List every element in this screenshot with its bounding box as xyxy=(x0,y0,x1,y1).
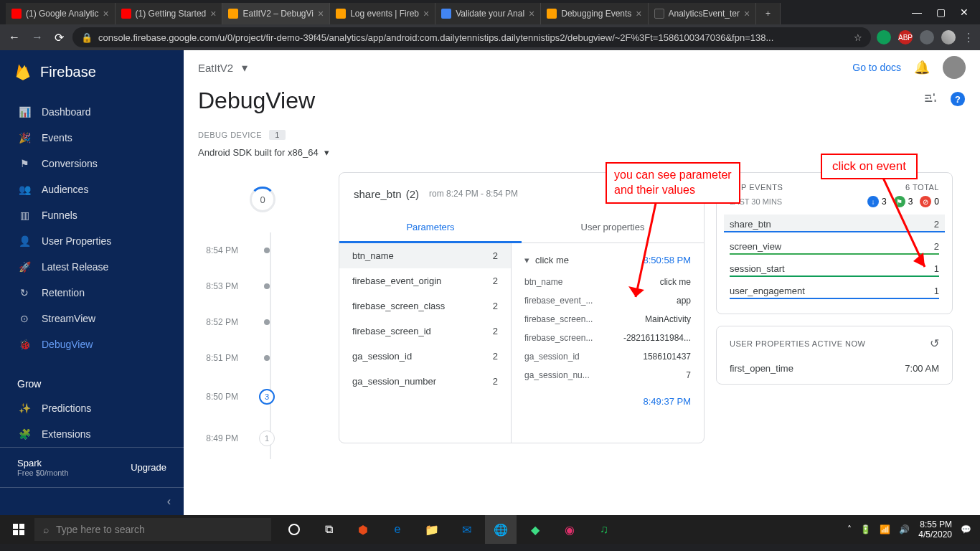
close-icon[interactable]: × xyxy=(210,8,216,19)
sidebar-item-latest-release[interactable]: 🚀Latest Release xyxy=(0,254,184,280)
forward-icon[interactable]: → xyxy=(29,28,46,47)
browser-tab[interactable]: Validate your Anal× xyxy=(435,3,541,24)
url-input[interactable]: 🔒 console.firebase.google.com/u/0/projec… xyxy=(72,27,871,47)
parameter-row[interactable]: firebase_screen_id2 xyxy=(339,319,511,344)
parameter-row[interactable]: ga_session_id2 xyxy=(339,344,511,369)
tab-parameters[interactable]: Parameters xyxy=(339,213,522,243)
sidebar-item-retention[interactable]: ↻Retention xyxy=(0,280,184,306)
browser-tab[interactable]: Debugging Events× xyxy=(541,3,648,24)
close-icon[interactable]: × xyxy=(103,8,108,19)
close-icon[interactable]: × xyxy=(318,8,324,19)
main-content: EatItV2 ▾ Go to docs 🔔 DebugView ? DEBUG xyxy=(184,50,980,515)
sidebar-item-extensions[interactable]: 🧩Extensions xyxy=(0,421,184,447)
timeline-row[interactable]: 8:53 PM xyxy=(198,268,327,304)
system-clock[interactable]: 8:55 PM 4/5/2020 xyxy=(918,519,952,540)
action-center-icon[interactable]: 💬 xyxy=(961,524,971,534)
volume-icon[interactable]: 🔊 xyxy=(899,524,910,534)
androidstudio-icon[interactable]: ◆ xyxy=(519,515,551,544)
ext-evernote-icon[interactable] xyxy=(877,30,891,44)
explorer-icon[interactable]: 📁 xyxy=(416,515,448,544)
spotify-icon[interactable]: ♫ xyxy=(588,515,620,544)
profile-avatar-icon[interactable] xyxy=(941,30,956,44)
mail-icon[interactable]: ✉ xyxy=(451,515,482,544)
prev-instance-time[interactable]: 8:49:37 PM xyxy=(644,396,692,407)
chevron-down-icon[interactable]: ▾ xyxy=(242,61,248,75)
history-icon[interactable]: ↺ xyxy=(930,336,939,350)
close-icon[interactable]: × xyxy=(423,8,429,19)
office-icon[interactable]: ⬢ xyxy=(347,515,379,544)
browser-tab[interactable]: (1) Google Analytic× xyxy=(6,3,116,24)
new-tab-button[interactable]: + xyxy=(756,3,781,24)
instagram-icon[interactable]: ◉ xyxy=(554,515,585,544)
sidebar-item-debugview[interactable]: 🐞DebugView xyxy=(0,331,184,357)
help-icon[interactable]: ? xyxy=(950,91,966,110)
cortana-icon[interactable] xyxy=(278,515,310,544)
minimize-icon[interactable]: — xyxy=(912,6,922,18)
sidebar-item-dashboard[interactable]: 📊Dashboard xyxy=(0,99,184,125)
browser-tab[interactable]: EatItV2 – DebugVi× xyxy=(222,3,330,24)
tray-chevron-icon[interactable]: ˄ xyxy=(847,524,852,534)
sidebar-item-audiences[interactable]: 👥Audiences xyxy=(0,176,184,202)
sidebar-item-label: Events xyxy=(42,132,72,143)
project-selector[interactable]: EatItV2 xyxy=(198,62,233,74)
task-view-icon[interactable]: ⧉ xyxy=(313,515,344,544)
sidebar-item-funnels[interactable]: ▥Funnels xyxy=(0,202,184,228)
timeline-row[interactable]: 8:49 PM1 xyxy=(198,418,327,459)
user-property-row[interactable]: first_open_time7:00 AM xyxy=(730,350,939,374)
timeline-row[interactable]: 8:51 PM xyxy=(198,340,327,376)
sliders-icon[interactable] xyxy=(923,91,937,110)
wifi-icon[interactable]: 📶 xyxy=(880,524,890,534)
collapse-sidebar-button[interactable]: ‹ xyxy=(0,487,184,515)
brand[interactable]: Firebase xyxy=(0,50,184,93)
docs-link[interactable]: Go to docs xyxy=(852,62,901,73)
sidebar-item-user-properties[interactable]: 👤User Properties xyxy=(0,228,184,254)
timeline-row[interactable]: 8:52 PM xyxy=(198,304,327,340)
timeline-row[interactable]: 8:50 PM3 xyxy=(198,376,327,418)
start-button[interactable] xyxy=(3,515,34,544)
kv-value: 7 xyxy=(686,370,691,380)
close-icon[interactable]: ✕ xyxy=(960,6,969,18)
browser-tab[interactable]: AnalyticsEvent_ter× xyxy=(649,3,757,24)
maximize-icon[interactable]: ▢ xyxy=(936,6,946,18)
browser-tab[interactable]: (1) Getting Started× xyxy=(116,3,223,24)
chrome-icon[interactable]: 🌐 xyxy=(485,515,517,544)
star-icon[interactable]: ☆ xyxy=(854,32,862,43)
sidebar-item-label: Extensions xyxy=(42,428,90,440)
back-icon[interactable]: ← xyxy=(6,28,23,47)
sidebar-item-events[interactable]: 🎉Events xyxy=(0,125,184,151)
sidebar-item-conversions[interactable]: ⚑Conversions xyxy=(0,151,184,176)
timeline-row[interactable]: 8:54 PM xyxy=(198,232,327,268)
close-icon[interactable]: × xyxy=(529,8,534,19)
tab-title: Debugging Events xyxy=(561,9,631,19)
parameter-row[interactable]: firebase_event_origin2 xyxy=(339,268,511,293)
upgrade-button[interactable]: Upgrade xyxy=(131,462,166,473)
svg-line-4 xyxy=(883,178,925,267)
top-event-row[interactable]: user_engagement1 xyxy=(730,281,939,299)
close-icon[interactable]: × xyxy=(744,8,750,19)
parameter-row[interactable]: firebase_screen_class2 xyxy=(339,293,511,319)
tab-user-properties[interactable]: User properties xyxy=(522,213,704,242)
annotation-click-event: click on event xyxy=(821,154,918,179)
battery-icon[interactable]: 🔋 xyxy=(860,524,871,534)
expand-icon[interactable]: ▾ xyxy=(524,255,529,265)
svg-marker-3 xyxy=(628,286,644,297)
ext-abp-icon[interactable]: ABP xyxy=(898,30,913,44)
browser-tab[interactable]: Log events | Fireb× xyxy=(330,3,435,24)
ext-puzzle-icon[interactable] xyxy=(920,30,934,44)
sidebar-item-label: User Properties xyxy=(42,235,111,247)
close-icon[interactable]: × xyxy=(636,8,641,19)
tab-title: Log events | Fireb xyxy=(350,9,419,19)
parameter-row[interactable]: ga_session_number2 xyxy=(339,369,511,394)
parameter-row[interactable]: btn_name2 xyxy=(339,243,511,268)
user-avatar[interactable] xyxy=(943,56,966,79)
notifications-icon[interactable]: 🔔 xyxy=(914,60,930,75)
edge-icon[interactable]: e xyxy=(382,515,413,544)
favicon-icon xyxy=(336,9,346,19)
kebab-icon[interactable]: ⋮ xyxy=(963,31,974,44)
sidebar-item-predictions[interactable]: ✨Predictions xyxy=(0,395,184,421)
taskbar-search[interactable]: ⌕ Type here to search xyxy=(34,518,271,541)
favicon-icon xyxy=(547,9,557,19)
parameter-detail: ▾ click me 8:50:58 PM btn_nameclick mefi… xyxy=(512,243,704,443)
reload-icon[interactable]: ⟳ xyxy=(52,28,67,47)
sidebar-item-streamview[interactable]: ⊙StreamView xyxy=(0,306,184,331)
